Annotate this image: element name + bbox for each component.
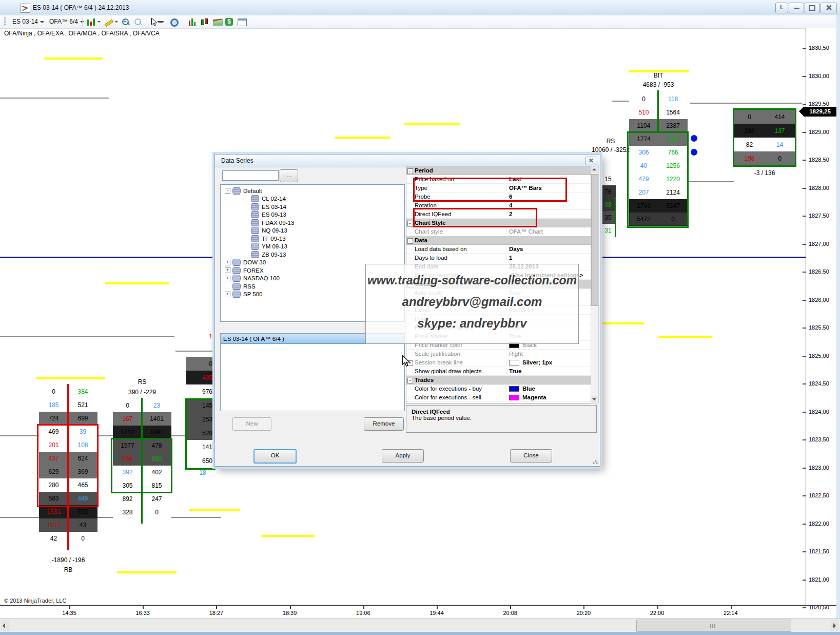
- tree-item[interactable]: Default: [221, 187, 404, 195]
- close-button[interactable]: [821, 3, 837, 13]
- tree-item[interactable]: ES 09-13: [221, 211, 404, 219]
- yellow-dash: [261, 535, 315, 537]
- tree-expander-icon[interactable]: [225, 267, 230, 273]
- tree-item[interactable]: CL 02-14: [221, 195, 404, 203]
- analysis-chart-icon[interactable]: [188, 17, 198, 27]
- draw-pencil-icon[interactable]: [104, 17, 114, 27]
- tree-item[interactable]: FDAX 09-13: [221, 219, 404, 227]
- tree-expander-icon[interactable]: [225, 260, 230, 265]
- period-selector[interactable]: OFA™ 6/4: [49, 17, 84, 26]
- area-chart-icon[interactable]: [212, 17, 223, 27]
- rs-delta: 390 / -229: [113, 389, 171, 396]
- toolbar-grip[interactable]: [4, 17, 6, 26]
- property-row[interactable]: Session break line Silver; 1px: [406, 358, 591, 367]
- property-row[interactable]: Scale justification Right: [406, 350, 591, 358]
- ok-button[interactable]: OK: [253, 449, 297, 464]
- property-row[interactable]: Load data based on Days: [406, 245, 591, 254]
- row-expander-icon[interactable]: [407, 221, 413, 226]
- time-tick: [69, 606, 70, 609]
- time-axis[interactable]: 14:3516:3318:2718:3919:0619:4420:0820:20…: [0, 606, 840, 618]
- layout-button[interactable]: L: [775, 3, 788, 13]
- right-box-highlight: [733, 108, 796, 167]
- tree-item[interactable]: TF 09-13: [221, 235, 404, 243]
- dialog-close-icon[interactable]: [585, 157, 596, 165]
- remove-button[interactable]: Remove: [364, 417, 404, 431]
- row-expander-icon[interactable]: [407, 238, 413, 244]
- database-icon: [232, 187, 241, 195]
- apply-button[interactable]: Apply: [382, 449, 424, 463]
- series-list[interactable]: ES 03-14 ( OFA™ 6/4 ): [220, 333, 405, 411]
- tree-item[interactable]: ZB 09-13: [221, 251, 404, 259]
- scroll-left-button[interactable]: [1, 620, 10, 631]
- tree-expander-icon[interactable]: [225, 276, 230, 281]
- new-button[interactable]: New: [232, 417, 271, 431]
- price-label: 1827,00: [809, 241, 829, 247]
- ask-value: 15: [600, 176, 616, 183]
- property-value: Days: [509, 246, 523, 252]
- zoom-in-icon[interactable]: +: [121, 17, 131, 27]
- chart-app-icon: [21, 4, 30, 13]
- cursor-tool-icon[interactable]: [150, 17, 160, 27]
- scrollbar-thumb[interactable]: [636, 620, 791, 632]
- tree-item[interactable]: ES 03-14: [221, 203, 404, 211]
- property-grid-scrollbar[interactable]: [591, 166, 599, 403]
- tree-item-label: YM 09-13: [262, 243, 287, 249]
- scroll-right-button[interactable]: [830, 620, 839, 631]
- search-icon[interactable]: [169, 17, 180, 27]
- window-border-bottom: [0, 632, 840, 635]
- time-label: 18:39: [277, 610, 303, 616]
- property-row[interactable]: Chart style OFA™ Chart: [406, 227, 591, 236]
- volume-dot: [691, 149, 697, 156]
- scroll-down-icon[interactable]: [591, 396, 597, 403]
- browse-button[interactable]: ...: [280, 169, 298, 182]
- search-input[interactable]: [222, 170, 279, 181]
- watermark-line: andreybbrv@gmail.com: [366, 295, 578, 309]
- tree-expander-icon[interactable]: [225, 292, 230, 297]
- yellow-dash: [658, 336, 712, 338]
- dollar-icon[interactable]: $: [225, 17, 235, 27]
- minimize-button[interactable]: [789, 3, 804, 13]
- property-row[interactable]: NinjaScript strategy profitable trac Dar…: [406, 402, 591, 403]
- row-expander-icon[interactable]: [407, 378, 413, 383]
- price-tick: [803, 188, 806, 189]
- tree-item[interactable]: NQ 09-13: [221, 227, 404, 235]
- property-row[interactable]: Trades: [406, 376, 591, 384]
- ask-value: 592: [68, 508, 97, 515]
- gridline: [0, 98, 109, 99]
- time-tick: [583, 606, 584, 609]
- bar-type-icon[interactable]: [86, 17, 96, 27]
- price-label: 1828,00: [809, 185, 829, 191]
- resize-grip[interactable]: [593, 459, 598, 464]
- database-icon: [251, 219, 259, 226]
- col3-below-value: 18: [195, 469, 210, 476]
- property-row[interactable]: Period: [406, 166, 591, 175]
- price-label: 1825,00: [809, 353, 829, 359]
- tree-expander-icon[interactable]: [225, 188, 230, 194]
- ask-value: 1401: [142, 415, 171, 422]
- database-icon: [251, 243, 259, 250]
- time-label: 14:35: [56, 610, 82, 616]
- bid-value: 0: [186, 360, 214, 368]
- time-tick: [731, 606, 732, 609]
- ask-value: 1564: [658, 109, 688, 116]
- table-icon[interactable]: [237, 17, 247, 27]
- scrollbar-thumb[interactable]: [591, 174, 598, 306]
- property-row[interactable]: Color for executions - buy Blue: [406, 384, 591, 393]
- ask-value: 0: [68, 535, 97, 542]
- time-tick: [143, 606, 144, 609]
- property-row[interactable]: Data: [406, 236, 591, 245]
- property-row[interactable]: Show global draw objects True: [406, 367, 591, 376]
- time-tick: [657, 606, 658, 609]
- instrument-selector[interactable]: ES 03-14: [12, 17, 44, 26]
- candlestick-icon[interactable]: [200, 17, 210, 27]
- property-row[interactable]: Days to load 1: [406, 254, 591, 262]
- tree-item[interactable]: YM 09-13: [221, 243, 404, 251]
- toolbar-separator: [146, 17, 146, 26]
- scroll-up-icon[interactable]: [591, 166, 597, 174]
- horizontal-scrollbar[interactable]: [0, 618, 840, 632]
- zoom-out-icon[interactable]: [133, 17, 144, 27]
- property-row[interactable]: Color for executions - sell Magenta: [406, 393, 591, 402]
- row-expander-icon[interactable]: [407, 168, 413, 174]
- restore-button[interactable]: [805, 3, 820, 13]
- dialog-close-button[interactable]: Close: [510, 449, 552, 463]
